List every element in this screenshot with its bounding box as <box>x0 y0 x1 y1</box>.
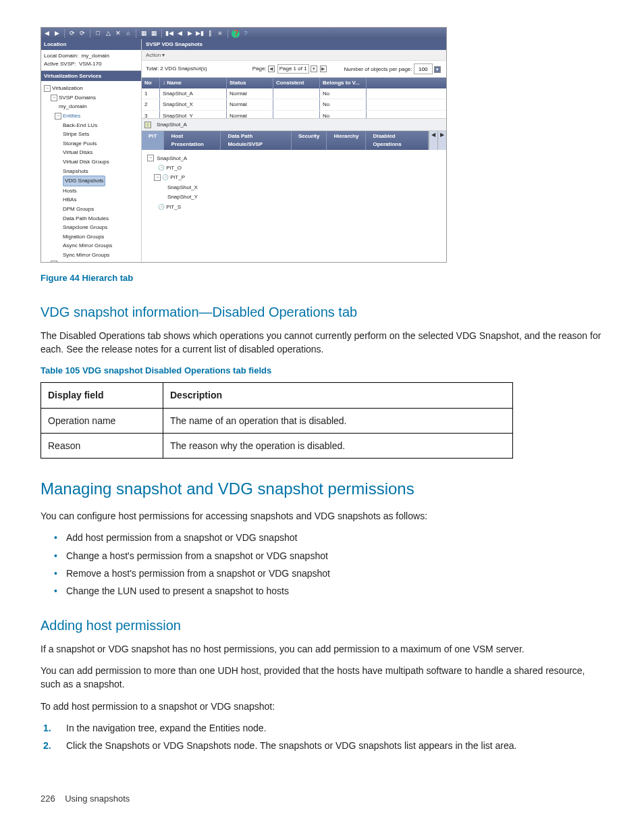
page-next-button[interactable]: ▶ <box>320 66 327 72</box>
navigation-tree[interactable]: −Virtualization −SVSP Domains my_domain … <box>41 81 141 262</box>
nav-forward-icon[interactable]: ▶ <box>53 30 61 38</box>
grid-row: 1SnapShot_ANormalNo <box>142 88 446 100</box>
grid-body[interactable]: 1SnapShot_ANormalNo 2SnapShot_XNormalNo … <box>142 88 446 118</box>
table-caption: Table 105 VDG snapshot Disabled Operatio… <box>41 365 603 377</box>
location-body: Local Domain: my_domain Active SVSP: VSM… <box>41 50 141 71</box>
tab-host-presentation[interactable]: Host Presentation <box>164 131 221 149</box>
detail-header: ↕ SnapShot_A <box>142 118 446 132</box>
heading-disabled-operations: VDG snapshot information—Disabled Operat… <box>41 303 603 322</box>
tab-security[interactable]: Security <box>292 131 327 149</box>
tree-vdg-snapshots: VDG Snapshots <box>44 176 140 186</box>
detail-tabs: PiT Host Presentation Data Path Module/S… <box>142 131 446 149</box>
tab-dpm-svsp[interactable]: Data Path Module/SVSP <box>221 131 291 149</box>
list-item: Change a host's permission from a snapsh… <box>41 549 603 563</box>
detail-toggle-button[interactable]: ↕ <box>144 122 151 128</box>
tab-scroll-right[interactable]: ▶ <box>437 131 446 149</box>
prev-icon[interactable]: ◀ <box>176 30 184 38</box>
grid-row: 2SnapShot_XNormalNo <box>142 99 446 111</box>
tool-home-icon[interactable]: ⌂ <box>124 30 132 38</box>
table-header-field: Display field <box>41 383 163 408</box>
right-panel-title: SVSP VDG Snapshots <box>142 39 446 50</box>
step-item: Click the Snapshots or VDG Snapshots nod… <box>41 739 603 752</box>
steps-list: In the navigation tree, expand the Entit… <box>41 721 603 753</box>
first-icon[interactable]: ▮◀ <box>165 30 173 38</box>
table-row: Reason The reason why the operation is d… <box>41 434 513 459</box>
help1-icon[interactable]: ❓ <box>232 30 240 38</box>
grid-header[interactable]: No ↓ Name Status Consistent Belongs to V… <box>142 78 446 88</box>
top-toolbar: ◀ ▶ ⟳ ⟳ □ △ ✕ ⌂ ▦ ▦ ▮◀ ◀ ▶ ▶▮ ‖ ≡ ❓ ? <box>41 28 446 39</box>
step-item: In the navigation tree, expand the Entit… <box>41 721 603 735</box>
app-screenshot: ◀ ▶ ⟳ ⟳ □ △ ✕ ⌂ ▦ ▦ ▮◀ ◀ ▶ ▶▮ ‖ ≡ ❓ ? Lo… <box>41 27 447 263</box>
tab-scroll-left[interactable]: ◀ <box>429 131 437 149</box>
table-row: Operation name The name of an operation … <box>41 408 513 433</box>
action-menu[interactable]: Action ▾ <box>142 50 446 61</box>
refresh2-icon[interactable]: ⟳ <box>78 30 86 38</box>
page-footer: 226 Using snapshots <box>41 793 603 806</box>
page-dropdown-button[interactable]: ▾ <box>311 66 317 72</box>
table-header-description: Description <box>163 383 513 408</box>
heading-managing-permissions: Managing snapshot and VDG snapshot permi… <box>41 477 603 501</box>
grid-row: 3SnapShot_YNormalNo <box>142 111 446 118</box>
tab-hierarchy[interactable]: Hierarchy <box>327 131 366 149</box>
paragraph: You can add permission to more than one … <box>41 664 603 692</box>
bullet-list: Add host permission from a snapshot or V… <box>41 531 603 598</box>
objects-dropdown-button[interactable]: ▾ <box>434 66 441 73</box>
next-icon[interactable]: ▶ <box>186 30 194 38</box>
fields-table: Display field Description Operation name… <box>41 382 513 459</box>
hierarchy-tree[interactable]: − SnapShot_A 🕒 PiT_O −🕒 PiT_P SnapShot_X… <box>142 150 446 246</box>
paragraph: The Disabled Operations tab shows which … <box>41 329 603 357</box>
pause-icon[interactable]: ‖ <box>206 30 214 38</box>
paragraph: If a snapshot or VDG snapshot has no hos… <box>41 642 603 656</box>
list-icon[interactable]: ≡ <box>216 30 224 38</box>
virtualization-services-header: Virtualization Services <box>41 71 141 82</box>
nav-back-icon[interactable]: ◀ <box>43 30 51 38</box>
page-indicator[interactable]: Page 1 of 1 <box>277 64 309 74</box>
page-prev-button[interactable]: ◀ <box>268 66 275 72</box>
refresh-icon[interactable]: ⟳ <box>68 30 76 38</box>
figure-caption: Figure 44 Hierarch tab <box>41 272 603 285</box>
paragraph: To add host permission to a snapshot or … <box>41 700 603 713</box>
help2-icon[interactable]: ? <box>242 30 250 38</box>
location-header: Location <box>41 39 141 50</box>
heading-adding-host-permission: Adding host permission <box>41 616 603 635</box>
tab-pit[interactable]: PiT <box>142 131 164 149</box>
paragraph: You can configure host permissions for a… <box>41 509 603 523</box>
last-icon[interactable]: ▶▮ <box>196 30 204 38</box>
tool-grid1-icon[interactable]: ▦ <box>140 30 148 38</box>
tool-delete-icon[interactable]: ✕ <box>114 30 122 38</box>
list-item: Add host permission from a snapshot or V… <box>41 531 603 544</box>
tool-square-icon[interactable]: □ <box>94 30 102 38</box>
objects-per-page-input[interactable] <box>414 63 433 74</box>
summary-bar: Total: 2 VDG Snapshot(s) Page: ◀ Page 1 … <box>142 61 446 78</box>
list-item: Remove a host's permission from a snapsh… <box>41 567 603 580</box>
tab-disabled-operations[interactable]: Disabled Operations <box>366 131 429 149</box>
list-item: Change the LUN used to present a snapsho… <box>41 584 603 598</box>
tool-up-icon[interactable]: △ <box>104 30 112 38</box>
tool-grid2-icon[interactable]: ▦ <box>150 30 158 38</box>
